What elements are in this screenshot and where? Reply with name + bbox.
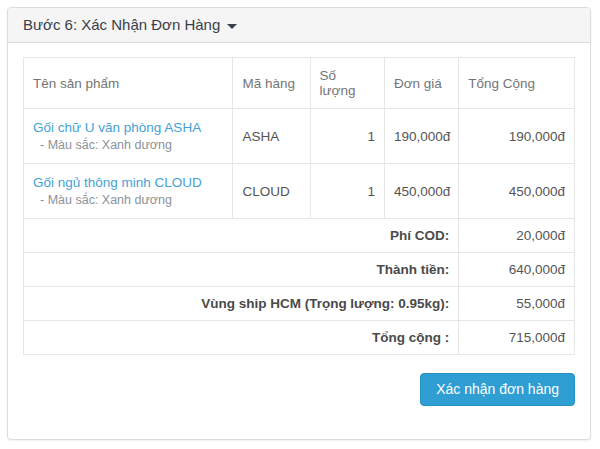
product-row: Gối ngủ thông minh CLOUD - Màu sắc: Xanh… (24, 164, 575, 219)
summary-label: Tổng cộng : (24, 321, 459, 355)
column-header-total: Tổng Cộng (459, 58, 575, 109)
order-table: Tên sản phẩm Mã hàng Số lượng Đơn giá Tổ… (23, 57, 575, 355)
confirm-order-button[interactable]: Xác nhận đơn hàng (420, 373, 575, 406)
actions-bar: Xác nhận đơn hàng (23, 373, 575, 406)
table-header-row: Tên sản phẩm Mã hàng Số lượng Đơn giá Tổ… (24, 58, 575, 109)
panel-title: Bước 6: Xác Nhận Đơn Hàng (23, 16, 220, 33)
summary-label: Phí COD: (24, 219, 459, 253)
caret-down-icon (227, 24, 237, 29)
product-link[interactable]: Gối chữ U văn phòng ASHA (33, 118, 201, 137)
summary-label: Thành tiền: (24, 253, 459, 287)
product-total: 190,000đ (459, 109, 575, 164)
order-confirmation-panel: Bước 6: Xác Nhận Đơn Hàng Tên sản phẩm M… (7, 7, 591, 440)
summary-row-cod-fee: Phí COD: 20,000đ (24, 219, 575, 253)
summary-row-subtotal: Thành tiền: 640,000đ (24, 253, 575, 287)
product-name-cell: Gối chữ U văn phòng ASHA - Màu sắc: Xanh… (24, 109, 233, 164)
product-quantity: 1 (310, 164, 384, 219)
panel-body: Tên sản phẩm Mã hàng Số lượng Đơn giá Tổ… (8, 43, 590, 421)
product-unit-price: 450,000đ (384, 164, 458, 219)
product-variant: - Màu sắc: Xanh dương (33, 192, 223, 209)
product-unit-price: 190,000đ (384, 109, 458, 164)
column-header-product-name: Tên sản phẩm (24, 58, 233, 109)
product-variant: - Màu sắc: Xanh dương (33, 137, 223, 154)
summary-row-shipping: Vùng ship HCM (Trọng lượng: 0.95kg): 55,… (24, 287, 575, 321)
summary-value: 640,000đ (459, 253, 575, 287)
column-header-quantity: Số lượng (310, 58, 384, 109)
summary-value: 55,000đ (459, 287, 575, 321)
panel-header-toggle[interactable]: Bước 6: Xác Nhận Đơn Hàng (8, 8, 590, 43)
summary-row-grand-total: Tổng cộng : 715,000đ (24, 321, 575, 355)
product-quantity: 1 (310, 109, 384, 164)
product-name-cell: Gối ngủ thông minh CLOUD - Màu sắc: Xanh… (24, 164, 233, 219)
column-header-unit-price: Đơn giá (384, 58, 458, 109)
product-row: Gối chữ U văn phòng ASHA - Màu sắc: Xanh… (24, 109, 575, 164)
summary-value: 20,000đ (459, 219, 575, 253)
product-code: CLOUD (233, 164, 310, 219)
product-total: 450,000đ (459, 164, 575, 219)
summary-label: Vùng ship HCM (Trọng lượng: 0.95kg): (24, 287, 459, 321)
product-link[interactable]: Gối ngủ thông minh CLOUD (33, 173, 202, 192)
summary-value: 715,000đ (459, 321, 575, 355)
column-header-code: Mã hàng (233, 58, 310, 109)
product-code: ASHA (233, 109, 310, 164)
